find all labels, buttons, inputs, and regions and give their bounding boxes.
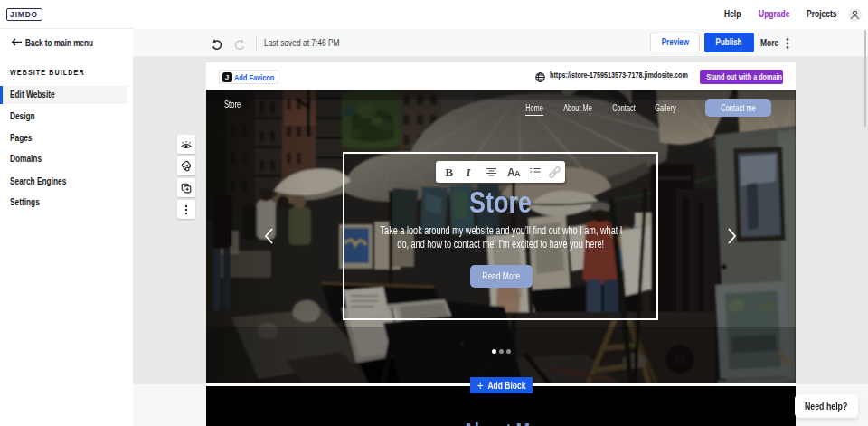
svg-text:I: I (466, 166, 472, 179)
svg-text:B: B (446, 166, 454, 179)
svg-text:A: A (514, 169, 521, 178)
